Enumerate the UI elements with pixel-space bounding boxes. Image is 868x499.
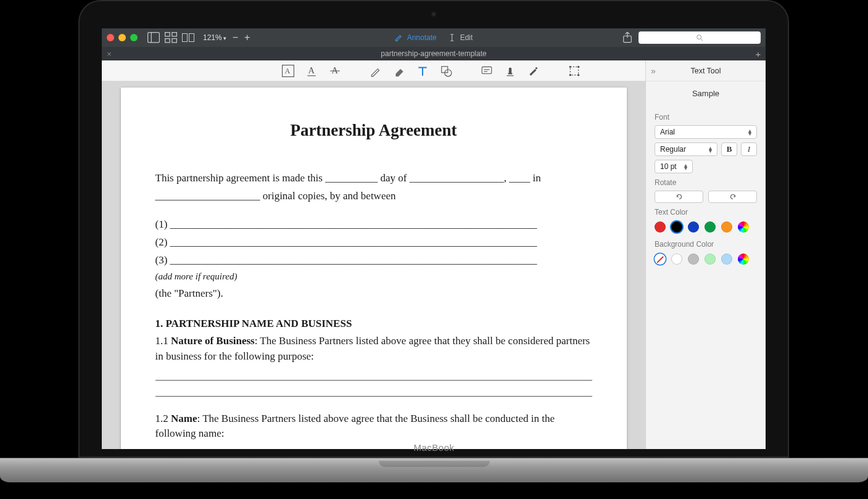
svg-point-26 — [577, 65, 579, 67]
svg-rect-3 — [172, 33, 177, 36]
font-style-select[interactable]: Regular ▴▾ — [655, 142, 717, 156]
section-1-1: 1.1 Nature of Business: The Business Par… — [155, 334, 592, 364]
drawing-group — [370, 65, 452, 77]
pencil-icon[interactable] — [370, 65, 382, 77]
text-color-swatch[interactable] — [688, 221, 699, 233]
blank-line — [155, 384, 592, 397]
bg-color-swatch[interactable] — [688, 254, 699, 265]
tab-add-icon[interactable]: + — [751, 49, 766, 59]
blank-line — [155, 368, 592, 381]
text-style-group: A A A — [282, 65, 341, 77]
bg-color-swatch[interactable] — [655, 254, 666, 265]
text-format-icon[interactable]: A — [282, 65, 294, 77]
svg-rect-4 — [165, 39, 170, 43]
screen: 121%▾ − + Annotate Edit — [102, 28, 766, 449]
signature-icon[interactable] — [527, 65, 540, 77]
rotate-cw-button[interactable] — [708, 191, 757, 203]
sidebar-toggle-icon[interactable] — [147, 32, 160, 43]
document-canvas[interactable]: Partnership Agreement This partnership a… — [102, 81, 645, 449]
traffic-lights — [107, 34, 138, 41]
tab-close-icon[interactable]: × — [102, 49, 117, 59]
text-color-swatch[interactable] — [655, 221, 666, 233]
camera-dot — [431, 11, 437, 17]
add-more-note: (add more if required) — [155, 270, 592, 284]
shape-tool-icon[interactable] — [440, 65, 452, 77]
search-input[interactable] — [639, 31, 761, 44]
svg-point-28 — [577, 74, 579, 76]
two-page-view-icon[interactable] — [182, 32, 194, 43]
font-family-select[interactable]: Arial ▴▾ — [655, 125, 757, 139]
section-1-heading: 1. PARTNERSHIP NAME AND BUSINESS — [155, 316, 592, 332]
markup-group — [481, 65, 540, 77]
sample-preview: Sample — [646, 81, 766, 108]
minimize-window[interactable] — [118, 34, 126, 41]
selection-group — [568, 65, 581, 77]
rotate-section-label: Rotate — [655, 178, 757, 187]
text-tool-icon[interactable] — [416, 65, 429, 77]
eraser-icon[interactable] — [393, 65, 405, 77]
partner-line-1: (1) ____________________________________… — [155, 217, 592, 233]
strike-text-icon[interactable]: A — [329, 65, 341, 77]
bg-color-swatch[interactable] — [705, 254, 716, 265]
text-color-swatch[interactable] — [738, 221, 749, 233]
text-color-swatch[interactable] — [705, 221, 716, 233]
zoom-in[interactable]: + — [244, 33, 250, 43]
bg-color-swatch[interactable] — [721, 254, 732, 265]
app-window: 121%▾ − + Annotate Edit — [102, 28, 766, 449]
annotate-mode-button[interactable]: Annotate — [395, 33, 437, 42]
bold-button[interactable]: B — [721, 142, 737, 156]
font-size-select[interactable]: 10 pt ▴▾ — [655, 160, 693, 173]
laptop-frame: 121%▾ − + Annotate Edit — [78, 0, 789, 499]
title-bar: 121%▾ − + Annotate Edit — [102, 28, 766, 47]
mode-switch: Annotate Edit — [395, 33, 473, 42]
title-bar-right — [622, 31, 761, 44]
fullscreen-window[interactable] — [130, 34, 138, 41]
selection-icon[interactable] — [568, 65, 581, 77]
thumbnails-icon[interactable] — [165, 32, 177, 43]
macbook-label: MacBook — [413, 442, 454, 453]
svg-text:A: A — [308, 65, 315, 75]
edit-mode-button[interactable]: Edit — [448, 33, 473, 42]
partner-line-3: (3) ____________________________________… — [155, 253, 592, 268]
share-icon[interactable] — [622, 32, 632, 43]
bg-color-swatch[interactable] — [671, 254, 682, 265]
close-window[interactable] — [107, 34, 114, 41]
tab-title[interactable]: partnership-agreement-template — [117, 49, 751, 58]
laptop-base: MacBook — [0, 458, 868, 482]
sidebar-title: Text Tool — [661, 67, 751, 75]
body-area: A A A — [102, 60, 766, 449]
text-color-swatches — [655, 221, 757, 233]
svg-point-27 — [569, 74, 571, 76]
note-icon[interactable] — [481, 65, 493, 77]
zoom-out[interactable]: − — [233, 33, 238, 43]
sidebar-body: Font Arial ▴▾ Regular ▴▾ B — [646, 108, 766, 272]
font-section-label: Font — [655, 113, 757, 122]
edit-label: Edit — [460, 33, 473, 42]
bg-color-swatch[interactable] — [738, 254, 749, 265]
rotate-ccw-button[interactable] — [655, 191, 703, 203]
zoom-value[interactable]: 121%▾ — [203, 33, 226, 42]
italic-button[interactable]: I — [741, 142, 757, 156]
annotate-label: Annotate — [407, 33, 437, 42]
text-color-swatch[interactable] — [721, 221, 732, 233]
section-1-2: 1.2 Name: The Business Partners listed a… — [155, 411, 592, 442]
svg-point-25 — [569, 65, 571, 67]
stamp-icon[interactable] — [504, 65, 516, 77]
sidebar-header: » Text Tool — [646, 60, 766, 81]
bg-color-swatches — [655, 254, 757, 265]
svg-rect-5 — [172, 39, 177, 43]
sidebar-collapse-icon[interactable]: » — [646, 66, 661, 76]
svg-rect-0 — [148, 33, 160, 43]
main-area: A A A — [102, 60, 645, 449]
laptop-bezel: 121%▾ − + Annotate Edit — [78, 0, 789, 458]
text-color-swatch[interactable] — [671, 221, 682, 233]
svg-rect-2 — [165, 33, 170, 36]
svg-rect-6 — [183, 34, 188, 42]
underline-text-icon[interactable]: A — [305, 65, 318, 77]
right-sidebar: » Text Tool Sample Font Arial ▴▾ — [645, 60, 766, 449]
annotate-toolbar: A A A — [102, 60, 645, 81]
partner-line-2: (2) ____________________________________… — [155, 235, 592, 250]
doc-intro-2: ____________________ original copies, by… — [155, 189, 592, 204]
doc-intro-1: This partnership agreement is made this … — [155, 171, 592, 186]
svg-text:A: A — [331, 65, 338, 75]
